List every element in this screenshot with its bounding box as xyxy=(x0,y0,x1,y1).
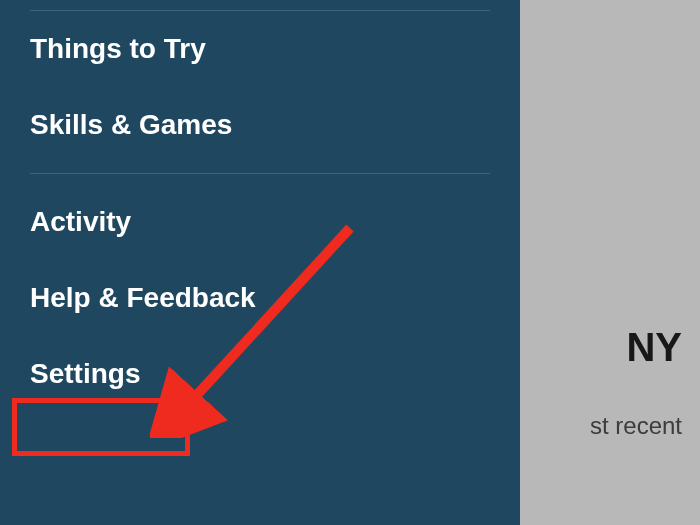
sidebar-item-label: Help & Feedback xyxy=(30,282,256,313)
sidebar-item-label: Activity xyxy=(30,206,131,237)
sidebar-menu: Things to Try Skills & Games Activity He… xyxy=(0,0,520,525)
sidebar-item-label: Things to Try xyxy=(30,33,206,64)
sidebar-item-settings[interactable]: Settings xyxy=(0,336,520,412)
sidebar-item-help-feedback[interactable]: Help & Feedback xyxy=(0,260,520,336)
sidebar-item-label: Skills & Games xyxy=(30,109,232,140)
sidebar-item-skills-games[interactable]: Skills & Games xyxy=(0,87,520,163)
sidebar-item-activity[interactable]: Activity xyxy=(0,184,520,260)
dim-overlay xyxy=(520,0,700,525)
sidebar-item-things-to-try[interactable]: Things to Try xyxy=(0,11,520,87)
sidebar-item-label: Settings xyxy=(30,358,140,389)
divider xyxy=(30,173,490,174)
